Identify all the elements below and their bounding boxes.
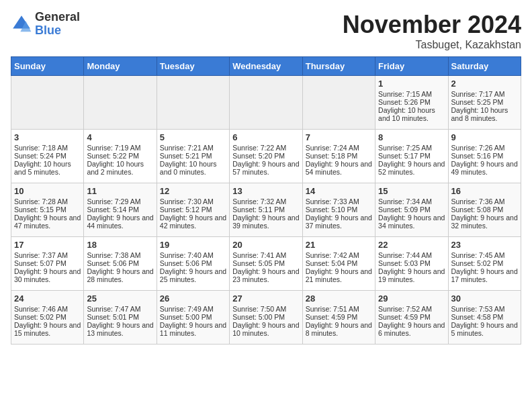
- header-monday: Monday: [84, 57, 157, 76]
- logo-blue-text: Blue: [35, 24, 80, 38]
- day-number: 18: [87, 240, 153, 250]
- day-info: Sunrise: 7:15 AM: [378, 90, 445, 98]
- day-info: Sunset: 5:22 PM: [87, 152, 153, 160]
- header-thursday: Thursday: [302, 57, 375, 76]
- calendar-cell: 11Sunrise: 7:29 AMSunset: 5:14 PMDayligh…: [84, 183, 157, 237]
- day-info: Daylight: 10 hours and 10 minutes.: [378, 106, 445, 122]
- day-info: Sunset: 5:00 PM: [160, 313, 226, 321]
- day-info: Sunset: 5:16 PM: [451, 152, 518, 160]
- day-info: Sunrise: 7:17 AM: [451, 90, 518, 98]
- day-info: Sunset: 5:05 PM: [232, 259, 299, 267]
- day-info: Sunset: 4:59 PM: [306, 313, 372, 321]
- day-number: 2: [451, 79, 518, 89]
- logo: General Blue: [11, 11, 80, 38]
- calendar-cell: 12Sunrise: 7:30 AMSunset: 5:12 PMDayligh…: [157, 183, 229, 237]
- day-info: Daylight: 9 hours and 47 minutes.: [14, 214, 81, 230]
- day-info: Sunrise: 7:36 AM: [451, 197, 518, 205]
- day-info: Sunset: 5:07 PM: [14, 259, 81, 267]
- calendar-cell: 7Sunrise: 7:24 AMSunset: 5:18 PMDaylight…: [302, 130, 375, 183]
- header-sunday: Sunday: [11, 57, 84, 76]
- day-info: Sunrise: 7:47 AM: [87, 305, 153, 313]
- calendar-cell: 18Sunrise: 7:38 AMSunset: 5:06 PMDayligh…: [84, 237, 157, 291]
- calendar-cell: [302, 76, 375, 130]
- day-info: Sunset: 5:08 PM: [451, 205, 518, 214]
- day-info: Sunset: 5:18 PM: [306, 152, 372, 160]
- header-tuesday: Tuesday: [157, 57, 229, 76]
- calendar-cell: 3Sunrise: 7:18 AMSunset: 5:24 PMDaylight…: [11, 130, 84, 183]
- day-info: Sunrise: 7:25 AM: [378, 144, 445, 152]
- day-info: Daylight: 9 hours and 52 minutes.: [378, 160, 445, 176]
- day-info: Daylight: 9 hours and 42 minutes.: [160, 214, 226, 230]
- header-row: Sunday Monday Tuesday Wednesday Thursday…: [11, 57, 521, 76]
- day-info: Sunrise: 7:22 AM: [232, 144, 299, 152]
- day-info: Daylight: 9 hours and 44 minutes.: [87, 214, 153, 230]
- day-info: Daylight: 10 hours and 2 minutes.: [87, 160, 153, 176]
- day-number: 30: [451, 293, 518, 304]
- calendar-cell: 23Sunrise: 7:45 AMSunset: 5:02 PMDayligh…: [448, 237, 521, 291]
- day-info: Sunset: 5:17 PM: [378, 152, 445, 160]
- calendar-cell: 24Sunrise: 7:46 AMSunset: 5:02 PMDayligh…: [11, 291, 84, 345]
- day-info: Sunset: 5:10 PM: [306, 205, 372, 214]
- day-info: Sunrise: 7:21 AM: [160, 144, 226, 152]
- day-info: Daylight: 9 hours and 19 minutes.: [378, 267, 445, 283]
- calendar-cell: 27Sunrise: 7:50 AMSunset: 5:00 PMDayligh…: [230, 291, 302, 345]
- day-info: Sunrise: 7:44 AM: [378, 251, 445, 259]
- day-number: 12: [160, 186, 226, 196]
- day-info: Sunrise: 7:52 AM: [378, 305, 445, 313]
- day-info: Daylight: 9 hours and 10 minutes.: [232, 321, 299, 337]
- calendar-week-2: 3Sunrise: 7:18 AMSunset: 5:24 PMDaylight…: [11, 130, 521, 183]
- day-number: 29: [378, 293, 445, 304]
- day-info: Daylight: 9 hours and 17 minutes.: [451, 267, 518, 283]
- day-info: Sunrise: 7:28 AM: [14, 197, 81, 205]
- day-number: 9: [451, 132, 518, 142]
- calendar-cell: 22Sunrise: 7:44 AMSunset: 5:03 PMDayligh…: [375, 237, 448, 291]
- day-info: Daylight: 9 hours and 23 minutes.: [232, 267, 299, 283]
- calendar-cell: [84, 76, 157, 130]
- day-info: Sunset: 5:03 PM: [378, 259, 445, 267]
- day-info: Daylight: 10 hours and 8 minutes.: [451, 106, 518, 122]
- month-title: November 2024: [343, 11, 521, 39]
- day-info: Sunset: 5:09 PM: [378, 205, 445, 214]
- day-info: Sunrise: 7:53 AM: [451, 305, 518, 313]
- day-info: Daylight: 9 hours and 5 minutes.: [451, 321, 518, 337]
- day-info: Sunset: 5:06 PM: [87, 259, 153, 267]
- day-info: Daylight: 10 hours and 5 minutes.: [14, 160, 81, 176]
- day-info: Sunset: 5:15 PM: [14, 205, 81, 214]
- day-info: Sunrise: 7:40 AM: [160, 251, 226, 259]
- calendar-cell: 14Sunrise: 7:33 AMSunset: 5:10 PMDayligh…: [302, 183, 375, 237]
- day-number: 8: [378, 132, 445, 142]
- day-number: 16: [451, 186, 518, 196]
- day-info: Daylight: 9 hours and 49 minutes.: [451, 160, 518, 176]
- day-info: Sunrise: 7:46 AM: [14, 305, 81, 313]
- day-info: Daylight: 9 hours and 8 minutes.: [306, 321, 372, 337]
- day-number: 13: [232, 186, 299, 196]
- calendar-week-1: 1Sunrise: 7:15 AMSunset: 5:26 PMDaylight…: [11, 76, 521, 130]
- day-number: 17: [14, 240, 81, 250]
- day-number: 11: [87, 186, 153, 196]
- day-number: 26: [160, 293, 226, 304]
- calendar-cell: 15Sunrise: 7:34 AMSunset: 5:09 PMDayligh…: [375, 183, 448, 237]
- calendar-cell: 1Sunrise: 7:15 AMSunset: 5:26 PMDaylight…: [375, 76, 448, 130]
- day-number: 3: [14, 132, 81, 142]
- day-info: Daylight: 9 hours and 39 minutes.: [232, 214, 299, 230]
- calendar-cell: 6Sunrise: 7:22 AMSunset: 5:20 PMDaylight…: [230, 130, 302, 183]
- calendar-week-5: 24Sunrise: 7:46 AMSunset: 5:02 PMDayligh…: [11, 291, 521, 345]
- day-info: Sunset: 5:00 PM: [232, 313, 299, 321]
- day-number: 6: [232, 132, 299, 142]
- header-wednesday: Wednesday: [230, 57, 302, 76]
- day-info: Sunrise: 7:41 AM: [232, 251, 299, 259]
- calendar-cell: 4Sunrise: 7:19 AMSunset: 5:22 PMDaylight…: [84, 130, 157, 183]
- logo-icon: [11, 13, 32, 35]
- header-friday: Friday: [375, 57, 448, 76]
- day-info: Daylight: 9 hours and 21 minutes.: [306, 267, 372, 283]
- day-number: 19: [160, 240, 226, 250]
- calendar-header: Sunday Monday Tuesday Wednesday Thursday…: [11, 57, 521, 76]
- day-info: Daylight: 10 hours and 0 minutes.: [160, 160, 226, 176]
- day-info: Daylight: 9 hours and 11 minutes.: [160, 321, 226, 337]
- calendar-cell: 29Sunrise: 7:52 AMSunset: 4:59 PMDayligh…: [375, 291, 448, 345]
- calendar-cell: 2Sunrise: 7:17 AMSunset: 5:25 PMDaylight…: [448, 76, 521, 130]
- day-number: 4: [87, 132, 153, 142]
- day-info: Sunset: 5:20 PM: [232, 152, 299, 160]
- day-number: 1: [378, 79, 445, 89]
- day-info: Sunrise: 7:42 AM: [306, 251, 372, 259]
